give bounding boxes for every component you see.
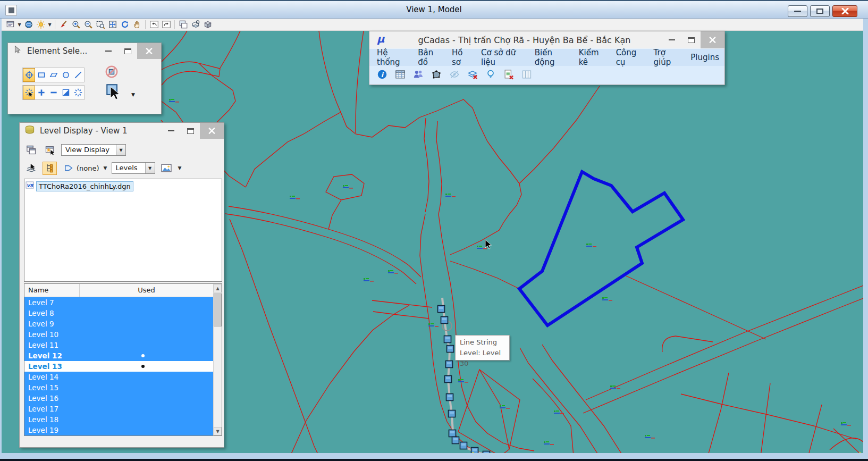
fit-view-icon[interactable]	[106, 19, 119, 30]
brightness-icon[interactable]	[35, 19, 47, 30]
clip-mask-icon[interactable]	[201, 19, 214, 30]
ld-close-button[interactable]	[200, 123, 224, 139]
selection-method-group[interactable]	[22, 68, 85, 82]
line-sel-icon[interactable]	[72, 68, 84, 82]
level-row[interactable]: Level 11	[24, 340, 213, 350]
info-icon[interactable]: i	[377, 69, 387, 82]
element-selection-dialog[interactable]: Element Sele... ▼	[7, 43, 162, 114]
gcadas-minimize-button[interactable]	[662, 31, 681, 48]
scroll-up-icon[interactable]: ▲	[214, 284, 222, 292]
level-row[interactable]: Level 8	[24, 308, 213, 318]
vertex-handle[interactable]	[438, 306, 445, 313]
vertex-handle[interactable]	[441, 317, 448, 324]
level-row[interactable]: Level 18	[24, 414, 213, 425]
view-toolbar[interactable]: ▼▼	[2, 19, 863, 31]
level-row[interactable]: Level 16	[24, 393, 213, 404]
override-caret-icon[interactable]: ▼	[178, 165, 182, 171]
rect-sel-icon[interactable]	[35, 68, 47, 82]
update-view-icon[interactable]	[57, 19, 70, 30]
minimize-button[interactable]	[788, 5, 807, 17]
doc-x-icon[interactable]	[503, 69, 514, 82]
dropdown-caret-icon[interactable]: ▼	[47, 22, 53, 27]
level-row[interactable]: Level 10	[24, 329, 213, 340]
parcel-icon[interactable]	[431, 69, 442, 82]
display-override-button[interactable]	[159, 162, 174, 175]
levels-combo[interactable]: Levels ▼	[112, 162, 155, 174]
gcadas-menu-0[interactable]: Hệ thống	[372, 49, 412, 66]
combo-arrow-icon[interactable]: ▼	[116, 145, 125, 155]
column-name[interactable]: Name	[24, 284, 80, 297]
level-list-scrollbar[interactable]: ▲ ▼	[213, 284, 222, 435]
selection-mode-group[interactable]	[22, 85, 85, 100]
pan-icon[interactable]	[131, 19, 143, 30]
level-row[interactable]: Level 13	[24, 361, 213, 372]
vertex-handle[interactable]	[445, 376, 452, 383]
vertex-handle[interactable]	[444, 336, 451, 343]
gcadas-menu-7[interactable]: Trợ giúp	[648, 49, 686, 66]
close-button[interactable]	[832, 5, 857, 17]
level-display-dialog[interactable]: Level Display - View 1 View Display ▼ (n…	[19, 122, 224, 448]
gcadas-menu-3[interactable]: Cơ sở dữ liệu	[476, 49, 529, 66]
vertex-handle[interactable]	[446, 361, 453, 368]
parallelogram-icon[interactable]	[47, 68, 60, 82]
filter-value[interactable]: (none)	[77, 164, 99, 172]
zoom-in-icon[interactable]	[70, 19, 82, 30]
view-previous-icon[interactable]	[148, 19, 160, 30]
level-rows[interactable]: Level 7Level 8Level 9Level 10Level 11Lev…	[24, 297, 213, 435]
level-row[interactable]: Level 17	[24, 404, 213, 414]
circle-sel-icon[interactable]	[60, 68, 72, 82]
ld-minimize-button[interactable]	[162, 123, 181, 139]
vertex-handle[interactable]	[446, 394, 453, 401]
clip-volume-icon[interactable]	[189, 19, 201, 30]
vertex-handle[interactable]	[447, 346, 454, 353]
gcadas-titlebar[interactable]: µ gCadas - Thị trấn Chợ Rã - Huyện Ba Bể…	[369, 31, 724, 48]
filter-caret-icon[interactable]: ▼	[104, 165, 107, 171]
minus-icon[interactable]	[47, 86, 60, 99]
expand-caret-icon[interactable]: ▼	[131, 92, 135, 97]
gcadas-menu-1[interactable]: Bản đồ	[412, 49, 446, 66]
gcadas-toolbar[interactable]: i	[369, 66, 724, 85]
users-icon[interactable]	[413, 69, 424, 82]
hidden-eye-icon[interactable]	[449, 69, 460, 82]
file-tree-panel[interactable]: V8 TTChoRa2016_chinhLy.dgn	[24, 179, 222, 282]
filter-funnel-icon[interactable]	[61, 162, 75, 175]
display-style-icon[interactable]	[22, 19, 35, 30]
dgn-file-name[interactable]: TTChoRa2016_chinhLy.dgn	[36, 181, 133, 191]
gcadas-close-button[interactable]	[701, 31, 724, 48]
level-row[interactable]: Level 14	[24, 372, 213, 382]
tree-display-toggle[interactable]	[43, 162, 57, 175]
vertex-handle[interactable]	[452, 437, 459, 444]
burst-cursor-icon[interactable]	[23, 86, 35, 99]
level-display-titlebar[interactable]: Level Display - View 1	[20, 123, 224, 139]
level-list[interactable]: Name Used Level 7Level 8Level 9Level 10L…	[24, 283, 222, 436]
level-row[interactable]: Level 7	[24, 297, 213, 308]
zoom-out-icon[interactable]	[82, 19, 94, 30]
gcadas-menubar[interactable]: Hệ thốngBản đồHồ sơCơ sở dữ liệuBiến độn…	[369, 48, 724, 66]
table-icon[interactable]	[395, 69, 406, 82]
pin-icon[interactable]	[485, 69, 496, 82]
view-attributes-icon[interactable]	[4, 19, 16, 30]
maximize-button[interactable]	[810, 5, 830, 17]
dropdown-caret-icon[interactable]: ▼	[16, 22, 22, 27]
apply-to-open-views-button[interactable]	[24, 144, 38, 157]
gcadas-window[interactable]: µ gCadas - Thị trấn Chợ Rã - Huyện Ba Bể…	[369, 31, 725, 85]
vertex-handle[interactable]	[460, 442, 467, 449]
column-used[interactable]: Used	[80, 284, 213, 297]
es-close-button[interactable]	[137, 43, 161, 59]
vertex-handle[interactable]	[449, 430, 456, 437]
copy-view-icon[interactable]	[177, 19, 189, 30]
scroll-down-icon[interactable]: ▼	[214, 427, 222, 435]
select-none-button[interactable]	[105, 65, 118, 78]
level-row[interactable]: Level 15	[24, 382, 213, 393]
half-square-icon[interactable]	[60, 86, 72, 99]
dgn-file-item[interactable]: V8 TTChoRa2016_chinhLy.dgn	[26, 181, 221, 191]
rotate-view-icon[interactable]	[119, 19, 131, 30]
target-icon[interactable]	[23, 68, 35, 82]
view-display-combo[interactable]: View Display ▼	[61, 144, 126, 156]
gcadas-menu-6[interactable]: Công cụ	[611, 49, 648, 66]
level-row[interactable]: Level 12	[24, 350, 213, 361]
columns-icon[interactable]	[521, 69, 532, 82]
gcadas-menu-8[interactable]: Plugins	[685, 49, 724, 66]
window-area-icon[interactable]	[94, 19, 106, 30]
es-maximize-button[interactable]	[118, 43, 137, 59]
